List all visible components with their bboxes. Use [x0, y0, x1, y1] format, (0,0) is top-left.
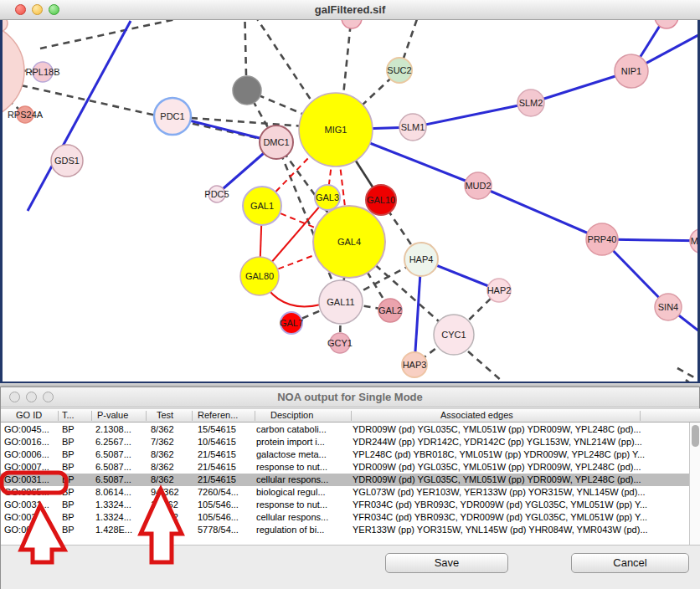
cell-test: 7/362 [151, 436, 190, 448]
cell-goid: GO:0007... [4, 461, 56, 474]
cell-desciption: carbon cataboli... [256, 423, 350, 436]
column-separator[interactable] [255, 411, 255, 421]
column-header-pvalue[interactable]: P-value [97, 410, 128, 420]
cell-test: 8/362 [151, 448, 190, 461]
cell-pvalue: 6.2567... [95, 436, 144, 448]
cell-pvalue: 8.0614... [95, 486, 144, 499]
noa-window-titlebar[interactable]: NOA output for Single Mode [1, 387, 699, 407]
column-header-referen[interactable]: Referen... [198, 410, 238, 420]
cell-t: BP [62, 461, 90, 474]
vertical-scrollbar[interactable] [689, 423, 700, 545]
node-big-left[interactable] [3, 23, 24, 120]
node-label-gcy1: GCY1 [327, 338, 353, 348]
cell-test: 8/362 [151, 461, 190, 474]
cell-desciption: protein import i... [256, 436, 350, 448]
node-label-slm2: SLM2 [519, 98, 543, 108]
cell-desciption: response to nut... [256, 499, 350, 511]
node-label-mud2: MUD2 [465, 181, 491, 191]
node-top-pink-1[interactable] [342, 20, 362, 28]
cell-referen: 21/54615 [198, 474, 253, 486]
node-label-gal4: GAL4 [337, 237, 361, 247]
node-gray-node[interactable] [233, 76, 261, 105]
cell-test: 8/362 [151, 474, 190, 486]
noa-window-title: NOA output for Single Mode [1, 391, 699, 403]
column-separator[interactable] [640, 411, 641, 421]
cell-test: 80/362 [151, 524, 190, 536]
cell-t: BP [62, 448, 90, 461]
table-row[interactable]: GO:0006...BP6.5087...8/36221/54615galact… [1, 448, 689, 461]
cell-associatededges: YER133W (pp) YOR315W, YNL145W (pd) YHR08… [353, 524, 687, 536]
cell-referen: 5778/54... [198, 524, 253, 536]
table-row[interactable]: GO:0050...BP1.428E...80/3625778/54...reg… [1, 524, 689, 536]
cell-goid: GO:0065... [4, 486, 56, 499]
node-label-suc2: SUC2 [387, 65, 411, 75]
cell-t: BP [62, 423, 90, 436]
column-header-desciption[interactable]: Desciption [270, 410, 313, 420]
column-header-goid[interactable]: GO ID [16, 410, 42, 420]
cell-referen: 15/54615 [198, 423, 253, 436]
table-row[interactable]: GO:0045...BP2.1308...8/36215/54615carbon… [1, 423, 689, 436]
node-label-gal10: GAL10 [367, 195, 395, 205]
table-row[interactable]: GO:0016...BP6.2567...7/36210/54615protei… [1, 436, 689, 448]
node-label-nip1: NIP1 [621, 66, 641, 76]
node-label-gal11: GAL11 [327, 297, 354, 307]
edge [244, 20, 246, 75]
node-label-mig1: MIG1 [325, 125, 347, 135]
network-canvas[interactable]: RPL18BRPS24AGDS1PDC1DMC1SUC2SLM1SLM2NIP1… [0, 20, 700, 383]
cell-t: BP [62, 436, 90, 448]
column-header-associatededges[interactable]: Associated edges [440, 410, 513, 420]
column-separator[interactable] [146, 411, 147, 421]
cell-test: 11/362 [151, 511, 190, 524]
node-label-cyc1: CYC1 [441, 330, 466, 340]
table-row[interactable]: GO:0007...BP6.5087...8/36221/54615respon… [1, 461, 689, 474]
cell-pvalue: 2.1308... [95, 423, 144, 436]
table-row[interactable]: GO:0031...BP1.3324...11/362105/546...res… [1, 499, 689, 511]
cell-associatededges: YDR009W (pd) YGL035C, YML051W (pp) YDR00… [353, 461, 687, 474]
cell-associatededges: YFR034C (pd) YBR093C, YDR009W (pd) YGL03… [353, 511, 687, 524]
node-label-hap4: HAP4 [409, 254, 434, 264]
cell-goid: GO:0031... [4, 499, 56, 511]
cell-goid: GO:0016... [4, 436, 56, 448]
edge [343, 20, 352, 95]
cell-pvalue: 1.3324... [95, 511, 144, 524]
node-label-gal1: GAL1 [250, 201, 274, 211]
column-separator[interactable] [351, 411, 352, 421]
cell-t: BP [62, 511, 90, 524]
edge [468, 351, 508, 382]
node-label-hap2: HAP2 [487, 285, 512, 295]
cell-t: BP [62, 524, 90, 536]
network-window-titlebar[interactable]: galFiltered.sif [0, 0, 700, 20]
cell-associatededges: YPL248C (pd) YBR018C, YML051W (pp) YDR00… [353, 448, 687, 461]
cell-goid: GO:0050... [4, 524, 56, 536]
cell-associatededges: YDR009W (pd) YGL035C, YML051W (pp) YDR00… [353, 474, 687, 486]
cell-t: BP [62, 486, 90, 499]
column-header-test[interactable]: Test [157, 410, 173, 420]
edge [686, 380, 697, 382]
edge [255, 20, 316, 107]
cell-referen: 10/54615 [198, 436, 253, 448]
column-separator[interactable] [58, 411, 59, 421]
table-row[interactable]: GO:0065...BP8.0614...94/3627260/54...bio… [1, 486, 689, 499]
cell-desciption: cellular respons... [256, 511, 350, 524]
node-corner-tl[interactable] [3, 20, 8, 32]
button-bar: Save Cancel [1, 545, 700, 589]
cell-referen: 21/54615 [198, 461, 253, 474]
node-label-gal2: GAL2 [378, 305, 402, 315]
cell-desciption: regulation of bi... [256, 524, 350, 536]
cell-pvalue: 6.5087... [95, 474, 144, 486]
node-label-rpl18b: RPL18B [26, 67, 60, 77]
table-row-selected[interactable]: GO:0031...BP6.5087...8/36221/54615cellul… [1, 474, 689, 486]
save-button[interactable]: Save [385, 553, 508, 573]
cell-goid: GO:0031... [4, 511, 56, 524]
column-header-t[interactable]: T... [62, 410, 75, 420]
node-label-gal7: GAL7 [280, 318, 303, 328]
cell-associatededges: YFR034C (pd) YBR093C, YDR009W (pd) YGL03… [353, 499, 687, 511]
column-separator[interactable] [91, 411, 92, 421]
cell-associatededges: YGL073W (pd) YER103W, YER133W (pp) YOR31… [353, 486, 687, 499]
cell-desciption: biological regul... [256, 486, 350, 499]
cancel-button[interactable]: Cancel [571, 553, 689, 573]
scrollbar-thumb[interactable] [692, 425, 699, 447]
table-row[interactable]: GO:0031...BP1.3324...11/362105/546...cel… [1, 511, 689, 524]
column-separator[interactable] [192, 411, 193, 421]
cell-goid: GO:0045... [4, 423, 56, 436]
